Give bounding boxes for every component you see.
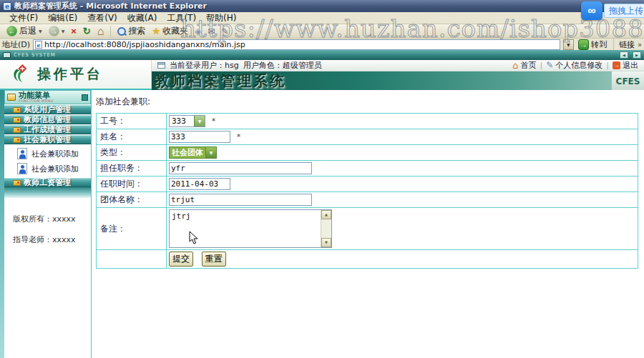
refresh-icon: ↻ (83, 26, 91, 36)
sidebar-header: 功能菜单 FUNCTION MENU (4, 90, 91, 104)
toolbar: ← 后退 ▼ → ▼ × ↻ ⌂ 搜索 ★ 收藏夹 ◈ ✉ ✎ (0, 24, 644, 39)
header-right: 当前登录用户：hsg 用户角色：超级管理员 ⌂ 首页 | ✎ 个人信息修改 | (152, 60, 644, 89)
mail-button[interactable]: ✉ (205, 26, 217, 36)
go-label: 转到 (591, 39, 607, 50)
menu-header-icon (7, 94, 16, 101)
sidebar-item-work-achievement[interactable]: 工作成绩管理 (4, 125, 91, 134)
edit-button[interactable]: ✎ (219, 26, 230, 36)
favorites-button[interactable]: ★ 收藏夹 (150, 25, 190, 37)
back-dropdown-icon[interactable]: ▼ (39, 29, 42, 34)
sidebar: 功能菜单 FUNCTION MENU 系统用户管理 教师信息管理 工作成绩管理 (4, 90, 92, 358)
folder-icon (13, 127, 21, 133)
tenure-time-input[interactable] (169, 178, 230, 190)
history-icon: ◈ (195, 26, 201, 36)
toolbar-separator (110, 26, 111, 37)
mail-icon: ✉ (208, 26, 215, 36)
scroll-up-icon[interactable]: ▲ (321, 210, 331, 219)
nav-profile-link[interactable]: ✎ 个人信息修改 (546, 60, 602, 71)
address-input[interactable]: e http://localhost:8080/jspjiaoshidangan… (33, 39, 560, 50)
reset-button[interactable]: 重置 (202, 252, 226, 267)
copyright-text: 版权所有：xxxxx (13, 214, 91, 224)
sidebar-item-label: 教师工资管理 (24, 177, 71, 188)
remarks-textarea[interactable]: jtrj ▲ ▼ (169, 209, 332, 248)
position-input[interactable] (169, 162, 312, 174)
type-value: 社会团体 (170, 147, 205, 158)
scroll-right-icon[interactable]: ▶ (633, 51, 641, 59)
menu-file[interactable]: 文件(F) (4, 12, 43, 24)
window-small-icon (157, 62, 165, 69)
organization-input[interactable] (169, 194, 312, 206)
cfes-corner-label: CFES (611, 71, 644, 91)
submit-button[interactable]: 提交 (169, 252, 193, 267)
system-title: 教师档案管理系统 (155, 71, 286, 91)
type-select[interactable]: 社会团体 ▼ (169, 146, 217, 159)
forward-button[interactable]: → ▼ (47, 26, 67, 36)
sidebar-item-label: 教师信息管理 (24, 114, 71, 125)
refresh-button[interactable]: ↻ (81, 26, 93, 36)
links-label[interactable]: 链接 (619, 39, 635, 50)
sidebar-item-system-users[interactable]: 系统用户管理 (4, 105, 91, 114)
page-icon: e (35, 41, 42, 49)
sidebar-item-teacher-salary[interactable]: 教师工资管理 (4, 178, 91, 187)
menu-favorites[interactable]: 收藏(A) (122, 12, 162, 24)
scroll-left-icon[interactable]: ◀ (620, 51, 628, 59)
user-bar: 当前登录用户：hsg 用户角色：超级管理员 ⌂ 首页 | ✎ 个人信息修改 | (152, 60, 644, 71)
search-icon (117, 27, 126, 36)
phoenix-logo-icon (10, 64, 31, 85)
forward-dropdown-icon[interactable]: ▼ (62, 29, 65, 34)
sidebar-item-teacher-info[interactable]: 教师信息管理 (4, 115, 91, 124)
select-dropdown-icon[interactable]: ▼ (205, 147, 216, 158)
stop-button[interactable]: × (69, 26, 79, 36)
stop-icon: × (71, 26, 77, 36)
user-role: 用户角色：超级管理员 (243, 60, 322, 71)
back-label: 后退 (19, 25, 36, 37)
submenu-item-label: 社会兼职添加 (31, 149, 79, 159)
nav-logout-label: 退出 (623, 60, 638, 71)
search-button[interactable]: 搜索 (115, 25, 147, 37)
sidebar-fade (4, 187, 91, 198)
menu-view[interactable]: 查看(V) (82, 12, 122, 24)
submenu-item-add-parttime-2[interactable]: 社会兼职添加 (17, 163, 91, 174)
sidebar-collapse-icon[interactable] (82, 94, 88, 101)
folder-icon (13, 107, 21, 113)
person-icon (17, 163, 27, 174)
home-nav-icon: ⌂ (512, 61, 518, 69)
sidebar-header-subtitle: FUNCTION MENU (19, 99, 79, 103)
remarks-value[interactable]: jtrj (170, 210, 321, 247)
nav-logout-link[interactable]: → 退出 (613, 60, 638, 71)
nav-profile-label: 个人信息修改 (555, 60, 602, 71)
submenu-item-label: 社会兼职添加 (31, 164, 79, 174)
edit-icon: ✎ (221, 26, 228, 36)
select-dropdown-icon[interactable]: ▼ (194, 116, 205, 126)
sidebar-item-label: 工作成绩管理 (24, 124, 71, 135)
textarea-scrollbar[interactable]: ▲ ▼ (321, 210, 331, 247)
links-more-icon[interactable]: » (638, 41, 642, 49)
go-arrow-icon: → (578, 39, 589, 50)
position-label: 担任职务： (97, 161, 167, 176)
system-title-band: 教师档案管理系统 (152, 71, 611, 91)
menu-tools[interactable]: 工具(T) (162, 12, 201, 24)
submenu-item-add-parttime-1[interactable]: 社会兼职添加 (17, 148, 91, 159)
menu-edit[interactable]: 编辑(E) (43, 12, 82, 24)
menu-help[interactable]: 帮助(H) (201, 12, 241, 24)
employee-id-value: 333 (170, 116, 194, 126)
scroll-down-icon[interactable]: ▼ (321, 238, 331, 247)
address-url[interactable]: http://localhost:8080/jspjiaoshidanganxn… (44, 40, 245, 49)
history-button[interactable]: ◈ (192, 26, 203, 36)
page-header: 操作平台 当前登录用户：hsg 用户角色：超级管理员 ⌂ 首页 | ✎ (0, 60, 644, 89)
employee-id-select[interactable]: 333 ▼ (169, 115, 205, 127)
back-button[interactable]: ← 后退 ▼ (4, 25, 44, 37)
name-input[interactable] (169, 131, 230, 143)
sidebar-item-label: 社会兼职管理 (24, 134, 71, 145)
home-button[interactable]: ⌂ (95, 26, 107, 36)
name-label: 姓名： (97, 129, 167, 145)
add-parttime-form: 工号： 333 ▼ * 姓名： * (96, 113, 638, 269)
required-mark: * (212, 116, 216, 126)
address-dropdown-icon[interactable]: ▼ (563, 39, 574, 50)
nav-home-link[interactable]: ⌂ 首页 (512, 60, 536, 71)
drag-upload-label[interactable]: 拖拽上传 (604, 4, 644, 18)
sidebar-item-social-parttime[interactable]: 社会兼职管理 (4, 135, 91, 144)
netdisk-icon[interactable]: ∞ (581, 1, 602, 20)
go-button[interactable]: → 转到 (577, 39, 608, 50)
folder-icon (13, 117, 21, 123)
